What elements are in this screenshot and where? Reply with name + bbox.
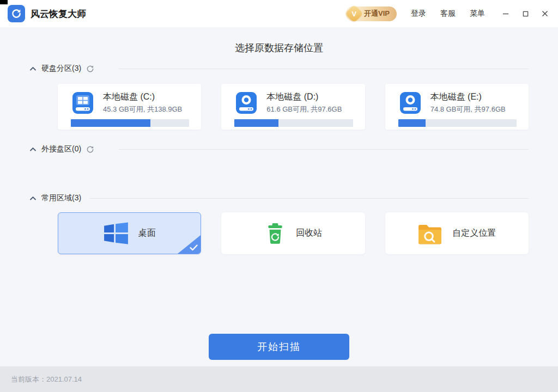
disk-usage-bar xyxy=(398,119,517,127)
check-icon xyxy=(190,244,198,251)
section-label-common: 常用区域(3) xyxy=(41,193,81,203)
disk-usage-fill xyxy=(234,119,278,127)
maximize-button[interactable] xyxy=(521,9,530,18)
recycle-bin-icon xyxy=(264,222,286,245)
disk-usage-fill xyxy=(71,119,150,127)
disk-card-e[interactable]: 本地磁盘 (E:) 74.8 GB可用, 共97.6GB xyxy=(385,84,529,130)
minimize-button[interactable] xyxy=(501,9,510,18)
location-card-recycle-bin[interactable]: 回收站 xyxy=(221,212,365,254)
disk-card-c[interactable]: 本地磁盘 (C:) 45.3 GB可用, 共138.9GB xyxy=(58,84,201,130)
collapse-chevron-up-icon[interactable] xyxy=(29,147,37,152)
titlebar: 风云恢复大师 V 开通VIP 登录 客服 菜单 xyxy=(0,0,558,27)
app-logo-icon xyxy=(8,5,25,22)
support-link[interactable]: 客服 xyxy=(440,9,456,19)
version-label: 当前版本：2021.07.14 xyxy=(11,375,82,384)
disk-detail: 45.3 GB可用, 共138.9GB xyxy=(103,105,182,114)
disk-card-d[interactable]: 本地磁盘 (D:) 61.6 GB可用, 共97.6GB xyxy=(221,84,365,130)
location-card-row: 桌面 回收站 xyxy=(58,212,529,254)
folder-search-icon xyxy=(417,223,442,244)
login-link[interactable]: 登录 xyxy=(411,9,426,19)
disk-usage-bar xyxy=(71,119,189,127)
footer: 当前版本：2021.07.14 xyxy=(0,366,558,392)
recycle-arrows-icon xyxy=(11,8,22,19)
disk-name: 本地磁盘 (E:) xyxy=(430,91,506,103)
close-button[interactable] xyxy=(541,9,549,18)
main-content: 选择原数据存储位置 硬盘分区(3) xyxy=(0,27,558,366)
start-scan-button[interactable]: 开始扫描 xyxy=(209,334,349,360)
refresh-external-icon[interactable] xyxy=(86,145,94,154)
collapse-chevron-up-icon[interactable] xyxy=(29,196,37,201)
page-title: 选择原数据存储位置 xyxy=(29,41,529,54)
collapse-chevron-up-icon[interactable] xyxy=(29,66,37,71)
app-title: 风云恢复大师 xyxy=(31,8,86,20)
window-controls xyxy=(501,9,549,18)
drive-icon xyxy=(234,91,258,115)
system-drive-icon xyxy=(71,91,95,115)
screen-corner-artifact xyxy=(0,0,8,4)
section-divider xyxy=(89,198,529,199)
section-label-external: 外接盘区(0) xyxy=(41,144,81,154)
windows-logo-icon xyxy=(104,222,129,244)
disk-detail: 61.6 GB可用, 共97.6GB xyxy=(266,105,342,114)
minimize-icon xyxy=(502,10,509,17)
location-card-desktop[interactable]: 桌面 xyxy=(58,212,201,254)
drive-icon xyxy=(398,91,422,115)
maximize-icon xyxy=(523,11,529,17)
vip-label: 开通VIP xyxy=(364,9,390,19)
refresh-hdd-icon[interactable] xyxy=(86,65,94,73)
disk-name: 本地磁盘 (C:) xyxy=(103,91,182,103)
selected-check-badge xyxy=(178,235,201,254)
location-label: 回收站 xyxy=(296,228,322,239)
location-card-custom-path[interactable]: 自定义位置 xyxy=(385,212,529,254)
location-label: 桌面 xyxy=(138,228,156,239)
section-divider xyxy=(119,149,529,150)
close-icon xyxy=(542,10,548,17)
disk-card-row: 本地磁盘 (C:) 45.3 GB可用, 共138.9GB 本地磁盘 (D: xyxy=(58,84,529,130)
section-header-common: 常用区域(3) xyxy=(29,193,529,204)
disk-name: 本地磁盘 (D:) xyxy=(266,91,342,103)
disk-usage-fill xyxy=(398,119,426,127)
section-header-hdd: 硬盘分区(3) xyxy=(29,63,529,74)
location-label: 自定义位置 xyxy=(452,228,496,239)
vip-button[interactable]: V 开通VIP xyxy=(345,7,397,21)
section-label-hdd: 硬盘分区(3) xyxy=(41,64,81,74)
brand: 风云恢复大师 xyxy=(8,5,86,22)
disk-usage-bar xyxy=(234,119,353,127)
section-header-external: 外接盘区(0) xyxy=(29,144,529,155)
vip-v-icon: V xyxy=(345,4,363,23)
disk-detail: 74.8 GB可用, 共97.6GB xyxy=(430,105,506,114)
titlebar-right: V 开通VIP 登录 客服 菜单 xyxy=(345,7,549,21)
menu-link[interactable]: 菜单 xyxy=(470,9,485,19)
app-window: 风云恢复大师 V 开通VIP 登录 客服 菜单 xyxy=(0,0,558,392)
section-divider xyxy=(119,69,529,69)
